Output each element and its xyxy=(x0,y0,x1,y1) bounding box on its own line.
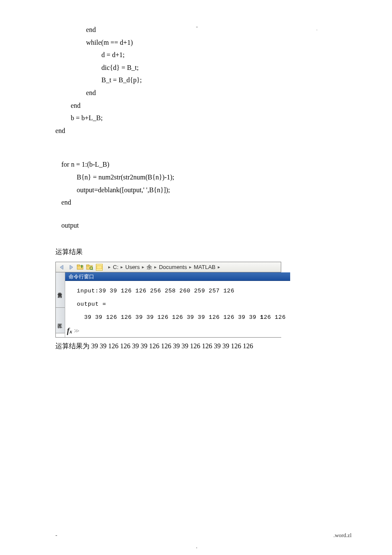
matlab-toolbar: ▸ C: ▸ Users ▸ 余 ▸ Documents ▸ MATLAB ▸ xyxy=(56,262,281,272)
code-line: end xyxy=(55,196,337,209)
decor-dot-top: . xyxy=(317,26,318,31)
command-output[interactable]: input:39 39 126 126 256 258 260 259 257 … xyxy=(65,281,290,326)
code-line: output xyxy=(55,219,337,232)
footer-left: - xyxy=(55,532,57,539)
side-tabs: 当前文件夹 工作区 xyxy=(56,272,65,337)
back-button[interactable] xyxy=(58,263,66,272)
svg-marker-0 xyxy=(60,265,63,269)
svg-rect-3 xyxy=(77,265,80,266)
footer-center: . xyxy=(196,543,197,550)
output-line: input:39 39 126 126 256 258 260 259 257 … xyxy=(69,284,286,298)
code-line: end xyxy=(55,99,337,112)
fx-icon[interactable]: fx xyxy=(67,327,72,335)
command-window-title: 命令行窗口 xyxy=(65,272,290,281)
code-line: end xyxy=(55,87,337,99)
code-line: B{n} = num2str(str2num(B{n})-1); xyxy=(55,171,337,184)
command-prompt-row[interactable]: fx >> xyxy=(65,326,290,337)
code-line: b = b+L_B; xyxy=(55,112,337,124)
side-tab-current-folder[interactable]: 当前文件夹 xyxy=(56,272,65,308)
chevron-right-icon: ▸ xyxy=(142,264,144,270)
breadcrumb-segment[interactable]: Documents xyxy=(159,264,187,270)
code-block: end while(m == d+1) d = d+1; dic{d} = B_… xyxy=(55,23,337,231)
command-window: 命令行窗口 input:39 39 126 126 256 258 260 25… xyxy=(65,272,290,337)
code-line: output=deblank([output,' ',B{n}]); xyxy=(55,184,337,197)
decor-dash-top: - xyxy=(196,23,198,30)
breadcrumb-segment[interactable]: Users xyxy=(125,264,140,270)
svg-rect-6 xyxy=(86,265,89,266)
output-line: output = xyxy=(69,298,286,311)
folder-icon xyxy=(96,264,103,271)
code-line: B_t = B_d{p}; xyxy=(55,74,337,87)
matlab-window: ▸ C: ▸ Users ▸ 余 ▸ Documents ▸ MATLAB ▸ … xyxy=(55,262,281,338)
svg-marker-1 xyxy=(70,265,73,269)
breadcrumb-segment[interactable]: 余 xyxy=(147,263,152,271)
result-summary: 运算结果为 39 39 126 126 39 39 126 126 39 39 … xyxy=(55,342,337,351)
chevron-right-icon: ▸ xyxy=(121,264,123,270)
code-line: for n = 1:(b-L_B) xyxy=(55,158,337,171)
footer-right: .word.zl xyxy=(333,532,352,539)
code-line: d = d+1; xyxy=(55,49,337,61)
chevron-right-icon: ▸ xyxy=(218,264,220,270)
chevron-right-icon: ▸ xyxy=(154,264,157,270)
result-heading: 运算结果 xyxy=(55,248,337,257)
up-folder-button[interactable] xyxy=(76,263,85,272)
chevron-right-icon: ▸ xyxy=(108,264,111,270)
svg-rect-9 xyxy=(97,266,102,269)
forward-button[interactable] xyxy=(67,263,75,272)
code-line: end xyxy=(55,124,337,137)
breadcrumb[interactable]: ▸ C: ▸ Users ▸ 余 ▸ Documents ▸ MATLAB ▸ xyxy=(106,263,222,271)
code-line: while(m == d+1) xyxy=(55,36,337,49)
side-tab-workspace[interactable]: 工作区 xyxy=(56,308,65,333)
code-line: dic{d} = B_t; xyxy=(55,61,337,74)
prompt-chevrons: >> xyxy=(74,328,78,335)
browse-folder-button[interactable] xyxy=(86,263,94,272)
output-line: 39 39 126 126 39 39 126 126 39 39 126 12… xyxy=(69,311,286,324)
breadcrumb-segment[interactable]: C: xyxy=(113,264,118,270)
chevron-right-icon: ▸ xyxy=(189,264,192,270)
breadcrumb-segment[interactable]: MATLAB xyxy=(194,264,216,270)
svg-line-8 xyxy=(92,269,93,270)
